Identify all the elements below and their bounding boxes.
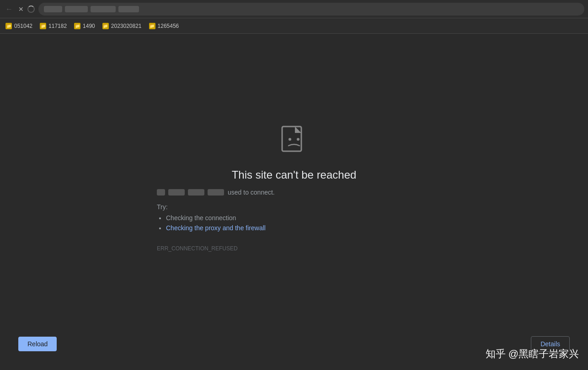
- back-button[interactable]: ←: [4, 4, 15, 15]
- desc-redacted-3: [188, 189, 204, 196]
- bookmark-icon-5: 📁: [149, 23, 155, 29]
- bookmark-117182[interactable]: 📁 117182: [40, 23, 67, 29]
- svg-point-2: [297, 138, 299, 141]
- address-bar[interactable]: [38, 3, 584, 16]
- error-container: This site can't be reached used to conne…: [157, 125, 431, 252]
- bookmark-icon-1: 📁: [5, 23, 12, 29]
- desc-redacted-2: [168, 189, 185, 196]
- address-redacted-3: [91, 6, 116, 12]
- address-redacted-2: [65, 6, 88, 12]
- error-code: ERR_CONNECTION_REFUSED: [157, 245, 238, 252]
- desc-redacted-4: [208, 189, 224, 196]
- bookmark-1490[interactable]: 📁 1490: [74, 23, 95, 29]
- loading-spinner: [27, 5, 35, 13]
- watermark: 知乎 @黑瞎子岩家兴: [486, 347, 579, 361]
- suggestion-1: Checking the connection: [166, 214, 266, 222]
- browser-controls: ← ✕: [4, 4, 35, 15]
- reload-button[interactable]: Reload: [18, 337, 57, 351]
- desc-redacted-1: [157, 189, 165, 196]
- address-redacted-1: [44, 6, 62, 12]
- bookmark-1265456[interactable]: 📁 1265456: [149, 23, 179, 29]
- suggestion-2-link[interactable]: Checking the proxy and the firewall: [166, 224, 266, 232]
- bookmark-051042[interactable]: 📁 051042: [5, 23, 32, 29]
- browser-chrome: ← ✕: [0, 0, 588, 18]
- main-content: This site can't be reached used to conne…: [0, 34, 588, 370]
- bookmark-icon-2: 📁: [40, 23, 46, 29]
- bookmark-icon-3: 📁: [74, 23, 80, 29]
- close-button[interactable]: ✕: [17, 5, 25, 13]
- bookmark-2023020821[interactable]: 📁 2023020821: [102, 23, 142, 29]
- suggestions-list: Checking the connection Checking the pro…: [157, 214, 266, 232]
- error-description: used to connect.: [157, 189, 275, 196]
- bookmarks-bar: 📁 051042 📁 117182 📁 1490 📁 2023020821 📁 …: [0, 18, 588, 34]
- suggestion-1-text: Checking the connection: [166, 214, 236, 222]
- try-label: Try:: [157, 203, 266, 211]
- description-suffix: used to connect.: [228, 189, 275, 196]
- error-icon: [278, 125, 310, 158]
- error-title: This site can't be reached: [232, 169, 357, 181]
- address-redacted-4: [118, 6, 139, 12]
- try-section: Try: Checking the connection Checking th…: [157, 203, 266, 234]
- bookmark-icon-4: 📁: [102, 23, 109, 29]
- svg-point-1: [289, 138, 291, 141]
- suggestion-2[interactable]: Checking the proxy and the firewall: [166, 224, 266, 232]
